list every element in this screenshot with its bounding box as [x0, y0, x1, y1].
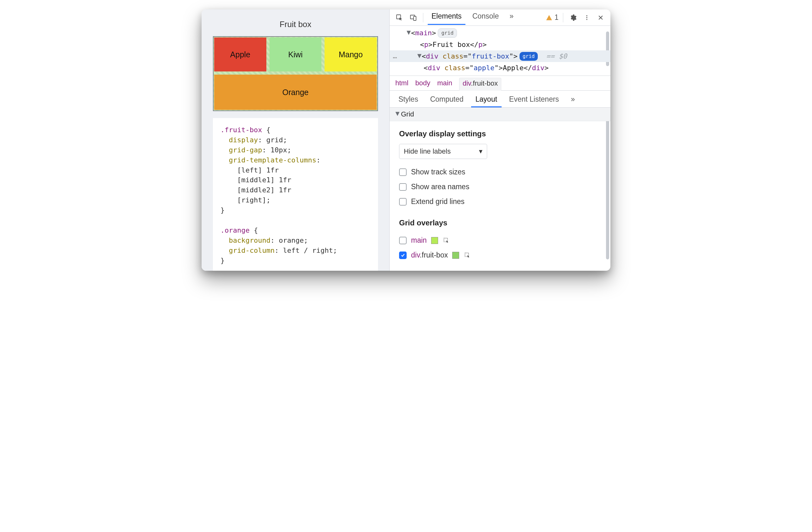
check-track-sizes[interactable]: Show track sizes [399, 165, 601, 179]
crumb-main[interactable]: main [437, 79, 452, 87]
grid-overlays-heading: Grid overlays [399, 219, 601, 227]
checkbox-icon [399, 198, 407, 206]
grid-section-header[interactable]: ▼ Grid [390, 108, 610, 121]
chevron-down-icon: ▼ [394, 110, 398, 118]
tab-elements[interactable]: Elements [428, 10, 465, 25]
subtab-computed[interactable]: Computed [426, 93, 468, 107]
fruit-cell-mango: Mango [324, 38, 377, 71]
subtab-listeners[interactable]: Event Listeners [505, 93, 564, 107]
checkbox-icon [399, 183, 407, 191]
dom-node-main[interactable]: ▼<main>grid [390, 27, 610, 39]
crumb-fruit-box[interactable]: div.fruit-box [459, 78, 501, 91]
checkbox-icon [399, 237, 407, 244]
svg-point-3 [586, 15, 587, 16]
highlight-element-icon[interactable] [443, 237, 450, 244]
toolbar-separator [563, 13, 563, 22]
subtab-styles[interactable]: Styles [394, 93, 423, 107]
svg-rect-2 [414, 16, 416, 20]
color-swatch[interactable] [452, 252, 459, 259]
checkbox-icon [399, 252, 407, 259]
grid-overlay-row[interactable]: div.fruit-box [399, 248, 601, 263]
highlight-element-icon[interactable] [464, 252, 471, 259]
line-labels-select[interactable]: Hide line labels ▾ [399, 144, 487, 159]
grid-overlays-list: maindiv.fruit-box [399, 233, 601, 263]
grid-overlay-row[interactable]: main [399, 233, 601, 248]
line-labels-value: Hide line labels [404, 147, 451, 155]
toolbar-separator [423, 13, 423, 22]
dom-node-fruit-box[interactable]: ⋯▼<div class="fruit-box">grid == $0 [390, 51, 610, 62]
check-extend-lines[interactable]: Extend grid lines [399, 194, 601, 209]
devtools-panel: Elements Console » 1 ▼<main>grid <p>Frui… [390, 10, 610, 271]
fruit-cell-apple: Apple [214, 38, 266, 71]
dom-node-apple[interactable]: <div class="apple">Apple</div> [390, 62, 610, 74]
overlay-settings-heading: Overlay display settings [399, 129, 601, 138]
warnings-indicator[interactable]: 1 [546, 13, 559, 22]
dom-tree[interactable]: ▼<main>grid <p>Fruit box</p> ⋯▼<div clas… [390, 26, 610, 76]
device-toggle-icon[interactable] [408, 12, 419, 23]
color-swatch[interactable] [431, 237, 438, 244]
dom-node-p[interactable]: <p>Fruit box</p> [390, 39, 610, 51]
fruit-cell-kiwi: Kiwi [270, 38, 322, 71]
sidebar-tabs: Styles Computed Layout Event Listeners » [390, 91, 610, 108]
fruit-grid: Apple Kiwi Mango Orange [214, 38, 377, 110]
inspect-element-icon[interactable] [394, 12, 405, 23]
warning-count: 1 [554, 13, 559, 22]
devtools-window: Fruit box Apple Kiwi Mango Orange .fruit… [202, 10, 610, 271]
layout-pane: ▼ Grid Overlay display settings Hide lin… [390, 108, 610, 271]
subtab-layout[interactable]: Layout [471, 93, 502, 107]
svg-point-4 [586, 17, 587, 18]
crumb-body[interactable]: body [416, 79, 431, 87]
gear-icon[interactable] [568, 12, 578, 23]
fruit-cell-orange: Orange [214, 74, 377, 110]
overlay-name: div.fruit-box [411, 251, 448, 260]
tab-more[interactable]: » [506, 10, 517, 25]
check-area-names[interactable]: Show area names [399, 179, 601, 194]
checkbox-icon [399, 168, 407, 176]
grid-section-body: Overlay display settings Hide line label… [390, 121, 610, 266]
inspected-page-pane: Fruit box Apple Kiwi Mango Orange .fruit… [202, 10, 390, 271]
chevron-down-icon: ▾ [479, 147, 482, 155]
overlay-name: main [411, 236, 427, 244]
svg-point-5 [586, 19, 587, 20]
page-heading: Fruit box [213, 19, 378, 29]
breadcrumb: html body main div.fruit-box [390, 76, 610, 91]
kebab-menu-icon[interactable] [581, 12, 592, 23]
grid-section-label: Grid [401, 110, 414, 118]
close-icon[interactable] [595, 12, 606, 23]
devtools-toolbar: Elements Console » 1 [390, 10, 610, 26]
tab-console[interactable]: Console [468, 10, 503, 25]
fruit-box-container: Apple Kiwi Mango Orange [213, 36, 378, 111]
css-source-panel: .fruit-box { display: grid; grid-gap: 10… [213, 118, 378, 271]
crumb-html[interactable]: html [395, 79, 408, 87]
subtab-more[interactable]: » [566, 93, 579, 107]
